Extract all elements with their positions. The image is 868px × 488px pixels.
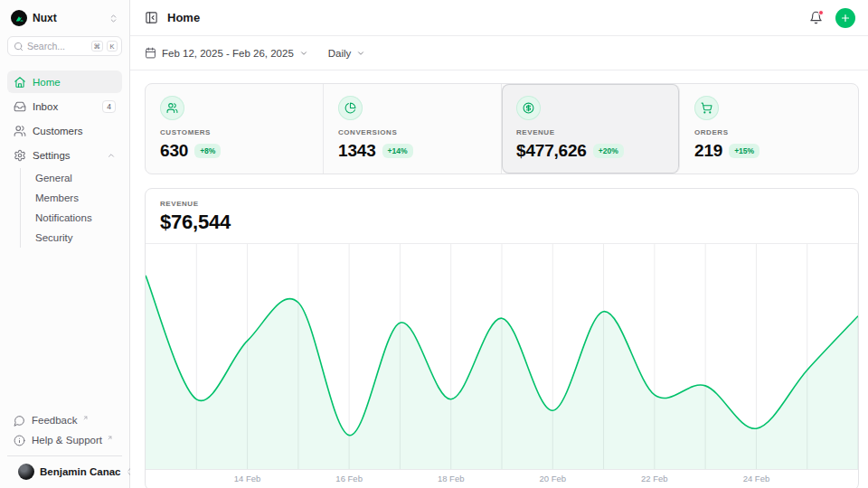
x-axis-tick: 24 Feb (743, 474, 770, 483)
x-axis-tick: 22 Feb (641, 474, 668, 483)
notifications-bell-button[interactable] (809, 11, 823, 24)
stat-delta-badge: +20% (593, 144, 624, 158)
stat-delta-badge: +8% (194, 144, 221, 158)
filters-toolbar: Feb 12, 2025 - Feb 26, 2025 Daily (130, 36, 868, 70)
stat-value: 630 (160, 141, 188, 161)
revenue-chart-card: REVENUE $76,544 14 Feb16 Feb18 Feb20 Feb… (145, 188, 859, 488)
chart-kpi-label: REVENUE (160, 200, 844, 208)
workspace-name: Nuxt (33, 12, 103, 24)
calendar-icon (145, 47, 156, 59)
stat-label: REVENUE (516, 128, 665, 136)
sidebar-item-settings[interactable]: Settings (7, 144, 122, 166)
page-title: Home (167, 11, 800, 24)
users-icon (14, 125, 26, 137)
help-support-link[interactable]: Help & Support (7, 430, 122, 450)
cart-icon (694, 96, 719, 120)
user-menu[interactable]: Benjamin Canac (7, 455, 122, 488)
sidebar-item-general[interactable]: General (23, 168, 122, 188)
x-axis-tick: 18 Feb (438, 474, 465, 483)
sidebar-item-notifications[interactable]: Notifications (23, 208, 122, 228)
help-support-label: Help & Support (32, 435, 102, 446)
feedback-link[interactable]: Feedback (7, 410, 122, 430)
chevrons-up-down-icon (108, 14, 118, 23)
search-input-box[interactable]: ⌘ K (7, 36, 122, 56)
x-axis-labels: 14 Feb16 Feb18 Feb20 Feb22 Feb24 Feb (146, 470, 858, 488)
subnav-label: Security (35, 232, 73, 243)
granularity-value: Daily (328, 48, 352, 59)
chevron-down-icon (299, 49, 308, 58)
stat-delta-badge: +14% (382, 144, 413, 158)
stat-card-customers[interactable]: CUSTOMERS 630 +8% (146, 84, 324, 174)
stat-value: $477,626 (516, 141, 587, 161)
subnav-label: Notifications (35, 212, 92, 223)
inbox-count-badge: 4 (102, 100, 116, 113)
collapse-sidebar-icon[interactable] (145, 11, 158, 24)
x-axis-tick: 20 Feb (539, 474, 566, 483)
page-header: Home (130, 0, 868, 36)
stat-value: 219 (694, 141, 722, 161)
workspace-selector[interactable]: Nuxt (0, 0, 129, 34)
nuxt-logo-icon (11, 10, 27, 26)
external-link-icon (82, 415, 89, 421)
stat-delta-badge: +15% (729, 144, 760, 158)
user-name: Benjamin Canac (40, 466, 120, 477)
users-icon (160, 96, 184, 120)
sidebar-footer: Feedback Help & Support Benjamin Canac (0, 407, 129, 488)
stats-row: CUSTOMERS 630 +8% CONVERSIONS 1343 +14% (145, 83, 859, 174)
stat-card-revenue[interactable]: REVENUE $477,626 +20% (502, 84, 680, 174)
sidebar-item-security[interactable]: Security (23, 228, 122, 248)
date-range-value: Feb 12, 2025 - Feb 26, 2025 (162, 48, 294, 59)
sidebar: Nuxt ⌘ K Home Inb (0, 0, 130, 488)
granularity-select[interactable]: Daily (328, 48, 366, 59)
search-input[interactable] (27, 41, 88, 52)
chart-header: REVENUE $76,544 (146, 189, 858, 244)
stat-value: 1343 (338, 141, 376, 161)
inbox-icon (14, 100, 26, 113)
sidebar-item-label: Inbox (33, 101, 96, 112)
stat-label: ORDERS (694, 128, 844, 136)
sidebar-item-home[interactable]: Home (7, 70, 122, 93)
home-icon (14, 76, 26, 89)
subnav-label: General (35, 173, 72, 183)
subnav-label: Members (35, 192, 79, 203)
circle-dollar-icon (516, 96, 541, 120)
stat-card-conversions[interactable]: CONVERSIONS 1343 +14% (324, 84, 502, 174)
app-window: Nuxt ⌘ K Home Inb (0, 0, 868, 488)
x-axis-tick: 14 Feb (234, 474, 261, 483)
main-panel: Home Feb 12, 2025 - Feb 26, 2025 Daily (130, 0, 868, 488)
date-range-picker[interactable]: Feb 12, 2025 - Feb 26, 2025 (145, 47, 308, 59)
x-axis-tick: 16 Feb (335, 474, 363, 483)
feedback-label: Feedback (32, 415, 78, 426)
chevron-up-icon (107, 151, 116, 160)
message-bubble-icon (14, 415, 25, 427)
kbd-k: K (107, 41, 118, 52)
dashboard-content: CUSTOMERS 630 +8% CONVERSIONS 1343 +14% (130, 70, 868, 488)
revenue-area-chart[interactable] (146, 244, 858, 470)
kbd-meta: ⌘ (91, 41, 104, 52)
sidebar-item-label: Settings (33, 150, 100, 161)
gear-icon (14, 149, 26, 162)
add-button[interactable] (835, 8, 855, 28)
info-circle-icon (14, 435, 25, 446)
settings-submenu: General Members Notifications Security (20, 168, 122, 248)
notification-dot (818, 10, 824, 15)
sidebar-item-customers[interactable]: Customers (7, 119, 122, 142)
chart-kpi-value: $76,544 (160, 211, 844, 234)
stat-label: CONVERSIONS (338, 128, 486, 136)
revenue-chart-svg (146, 244, 858, 469)
sidebar-item-members[interactable]: Members (23, 188, 122, 208)
external-link-icon (107, 435, 113, 441)
sidebar-nav: Home Inbox 4 Customers Settings (0, 65, 129, 407)
search-icon (14, 42, 24, 52)
sidebar-item-label: Home (33, 77, 116, 88)
chevron-down-icon (356, 49, 365, 58)
stat-label: CUSTOMERS (160, 128, 308, 136)
sidebar-item-inbox[interactable]: Inbox 4 (7, 95, 122, 117)
stat-card-orders[interactable]: ORDERS 219 +15% (680, 84, 858, 174)
pie-chart-icon (338, 96, 363, 120)
sidebar-item-label: Customers (33, 126, 116, 136)
avatar (18, 464, 34, 480)
